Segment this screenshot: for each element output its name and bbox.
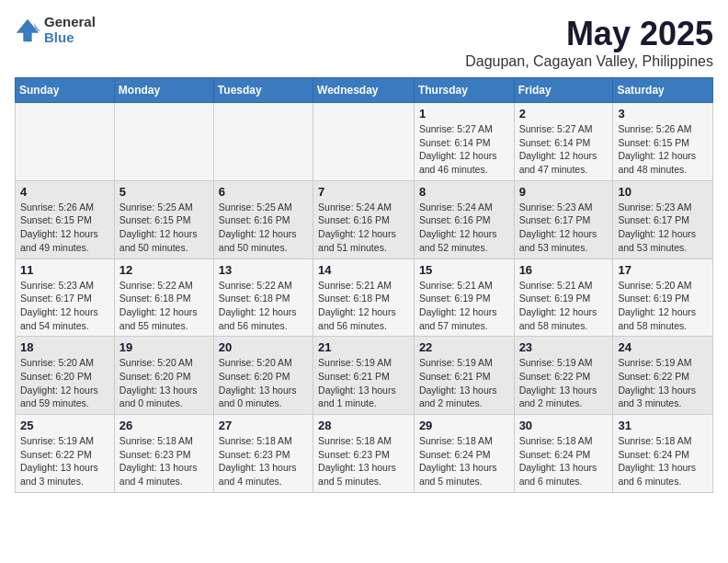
day-cell: 21Sunrise: 5:19 AMSunset: 6:21 PMDayligh…	[313, 337, 415, 415]
day-cell: 3Sunrise: 5:26 AMSunset: 6:15 PMDaylight…	[613, 103, 713, 181]
day-number: 12	[119, 263, 209, 277]
day-number: 18	[20, 340, 109, 354]
day-number: 24	[618, 340, 708, 354]
day-info: Sunrise: 5:27 AMSunset: 6:14 PMDaylight:…	[419, 122, 509, 177]
day-info: Sunrise: 5:18 AMSunset: 6:23 PMDaylight:…	[119, 434, 209, 488]
day-info: Sunrise: 5:18 AMSunset: 6:24 PMDaylight:…	[519, 434, 609, 488]
day-number: 28	[318, 419, 409, 432]
day-info: Sunrise: 5:19 AMSunset: 6:21 PMDaylight:…	[318, 356, 409, 410]
day-cell: 22Sunrise: 5:19 AMSunset: 6:21 PMDayligh…	[414, 337, 514, 415]
day-number: 11	[20, 263, 109, 277]
day-header-tuesday: Tuesday	[213, 78, 313, 103]
day-number: 29	[419, 419, 509, 432]
day-cell: 11Sunrise: 5:23 AMSunset: 6:17 PMDayligh…	[16, 259, 115, 337]
logo-text: General Blue	[44, 15, 96, 45]
day-info: Sunrise: 5:26 AMSunset: 6:15 PMDaylight:…	[618, 122, 708, 177]
day-number: 3	[618, 107, 708, 121]
day-header-wednesday: Wednesday	[313, 78, 415, 103]
day-cell: 1Sunrise: 5:27 AMSunset: 6:14 PMDaylight…	[414, 103, 514, 181]
day-number: 23	[519, 340, 609, 354]
day-number: 6	[219, 185, 308, 199]
header: General Blue May 2025 Dagupan, Cagayan V…	[15, 15, 713, 70]
day-info: Sunrise: 5:21 AMSunset: 6:19 PMDaylight:…	[519, 279, 609, 333]
day-header-thursday: Thursday	[414, 78, 514, 103]
logo-blue: Blue	[44, 30, 96, 46]
day-number: 19	[119, 340, 209, 354]
day-cell: 30Sunrise: 5:18 AMSunset: 6:24 PMDayligh…	[514, 415, 613, 493]
day-info: Sunrise: 5:19 AMSunset: 6:22 PMDaylight:…	[618, 356, 708, 410]
week-row-5: 25Sunrise: 5:19 AMSunset: 6:22 PMDayligh…	[16, 415, 713, 493]
main-title: May 2025	[465, 15, 713, 53]
title-area: May 2025 Dagupan, Cagayan Valley, Philip…	[465, 15, 713, 70]
week-row-1: 1Sunrise: 5:27 AMSunset: 6:14 PMDaylight…	[16, 103, 713, 181]
day-cell: 28Sunrise: 5:18 AMSunset: 6:23 PMDayligh…	[313, 415, 415, 493]
day-number: 9	[519, 185, 609, 199]
day-cell: 27Sunrise: 5:18 AMSunset: 6:23 PMDayligh…	[213, 415, 313, 493]
week-row-3: 11Sunrise: 5:23 AMSunset: 6:17 PMDayligh…	[16, 259, 713, 337]
day-number: 14	[318, 263, 409, 277]
day-info: Sunrise: 5:20 AMSunset: 6:20 PMDaylight:…	[20, 356, 109, 410]
day-cell	[213, 103, 313, 181]
day-info: Sunrise: 5:24 AMSunset: 6:16 PMDaylight:…	[318, 201, 409, 255]
day-cell: 26Sunrise: 5:18 AMSunset: 6:23 PMDayligh…	[114, 415, 213, 493]
logo-general: General	[44, 15, 96, 30]
day-info: Sunrise: 5:22 AMSunset: 6:18 PMDaylight:…	[219, 279, 308, 333]
day-cell: 8Sunrise: 5:24 AMSunset: 6:16 PMDaylight…	[414, 180, 514, 259]
day-cell: 10Sunrise: 5:23 AMSunset: 6:17 PMDayligh…	[613, 180, 713, 259]
days-header-row: SundayMondayTuesdayWednesdayThursdayFrid…	[16, 78, 713, 103]
day-number: 22	[419, 340, 509, 354]
day-info: Sunrise: 5:23 AMSunset: 6:17 PMDaylight:…	[519, 201, 609, 255]
week-row-4: 18Sunrise: 5:20 AMSunset: 6:20 PMDayligh…	[16, 337, 713, 415]
day-info: Sunrise: 5:23 AMSunset: 6:17 PMDaylight:…	[618, 201, 708, 255]
day-info: Sunrise: 5:21 AMSunset: 6:18 PMDaylight:…	[318, 279, 409, 333]
day-info: Sunrise: 5:18 AMSunset: 6:23 PMDaylight:…	[318, 434, 409, 488]
day-info: Sunrise: 5:19 AMSunset: 6:21 PMDaylight:…	[419, 356, 509, 410]
day-number: 15	[419, 263, 509, 277]
day-number: 26	[119, 419, 209, 432]
day-cell: 25Sunrise: 5:19 AMSunset: 6:22 PMDayligh…	[16, 415, 115, 493]
day-number: 8	[419, 185, 509, 199]
day-info: Sunrise: 5:27 AMSunset: 6:14 PMDaylight:…	[519, 122, 609, 177]
day-info: Sunrise: 5:25 AMSunset: 6:15 PMDaylight:…	[119, 201, 209, 255]
day-cell: 7Sunrise: 5:24 AMSunset: 6:16 PMDaylight…	[313, 180, 415, 259]
day-number: 25	[20, 419, 109, 432]
day-header-sunday: Sunday	[16, 78, 115, 103]
day-header-monday: Monday	[114, 78, 213, 103]
day-info: Sunrise: 5:24 AMSunset: 6:16 PMDaylight:…	[419, 201, 509, 255]
day-number: 4	[20, 185, 109, 199]
day-header-friday: Friday	[514, 78, 613, 103]
day-cell: 15Sunrise: 5:21 AMSunset: 6:19 PMDayligh…	[414, 259, 514, 337]
day-cell: 31Sunrise: 5:18 AMSunset: 6:24 PMDayligh…	[613, 415, 713, 493]
day-number: 30	[519, 419, 609, 432]
day-number: 5	[119, 185, 209, 199]
day-cell: 5Sunrise: 5:25 AMSunset: 6:15 PMDaylight…	[114, 180, 213, 259]
day-header-saturday: Saturday	[613, 78, 713, 103]
day-cell	[16, 103, 115, 181]
day-info: Sunrise: 5:19 AMSunset: 6:22 PMDaylight:…	[20, 434, 109, 488]
day-cell: 18Sunrise: 5:20 AMSunset: 6:20 PMDayligh…	[16, 337, 115, 415]
day-info: Sunrise: 5:19 AMSunset: 6:22 PMDaylight:…	[519, 356, 609, 410]
logo: General Blue	[15, 15, 96, 45]
day-cell: 24Sunrise: 5:19 AMSunset: 6:22 PMDayligh…	[613, 337, 713, 415]
day-info: Sunrise: 5:18 AMSunset: 6:23 PMDaylight:…	[219, 434, 308, 488]
day-number: 27	[219, 419, 308, 432]
day-cell	[313, 103, 415, 181]
day-number: 10	[618, 185, 708, 199]
day-info: Sunrise: 5:20 AMSunset: 6:20 PMDaylight:…	[219, 356, 308, 410]
calendar-table: SundayMondayTuesdayWednesdayThursdayFrid…	[15, 77, 713, 493]
day-cell: 16Sunrise: 5:21 AMSunset: 6:19 PMDayligh…	[514, 259, 613, 337]
day-number: 31	[618, 419, 708, 432]
day-number: 7	[318, 185, 409, 199]
day-cell	[114, 103, 213, 181]
day-cell: 29Sunrise: 5:18 AMSunset: 6:24 PMDayligh…	[414, 415, 514, 493]
day-cell: 17Sunrise: 5:20 AMSunset: 6:19 PMDayligh…	[613, 259, 713, 337]
day-info: Sunrise: 5:25 AMSunset: 6:16 PMDaylight:…	[219, 201, 308, 255]
week-row-2: 4Sunrise: 5:26 AMSunset: 6:15 PMDaylight…	[16, 180, 713, 259]
day-number: 1	[419, 107, 509, 121]
day-number: 20	[219, 340, 308, 354]
day-info: Sunrise: 5:22 AMSunset: 6:18 PMDaylight:…	[119, 279, 209, 333]
subtitle: Dagupan, Cagayan Valley, Philippines	[465, 53, 713, 70]
day-info: Sunrise: 5:18 AMSunset: 6:24 PMDaylight:…	[618, 434, 708, 488]
day-cell: 23Sunrise: 5:19 AMSunset: 6:22 PMDayligh…	[514, 337, 613, 415]
day-number: 17	[618, 263, 708, 277]
